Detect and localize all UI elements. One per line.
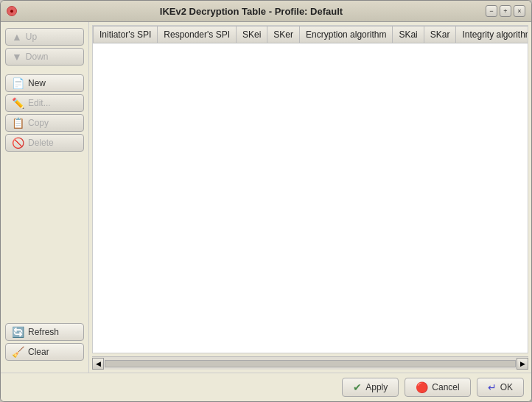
col-skar: SKar xyxy=(424,27,456,43)
window-close-button[interactable]: ● xyxy=(7,6,17,16)
copy-label: Copy xyxy=(28,118,49,128)
refresh-button[interactable]: 🔄 Refresh xyxy=(5,323,84,341)
new-label: New xyxy=(28,78,46,88)
close-dot-icon: ● xyxy=(10,7,13,15)
crud-group: 📄 New ✏️ Edit... 📋 Copy 🚫 Delete xyxy=(5,74,84,152)
horizontal-scrollbar[interactable]: ◀ ▶ xyxy=(92,356,528,370)
ok-icon: ↵ xyxy=(488,381,497,393)
table-header-row: Initiator's SPI Responder's SPI SKei SKe… xyxy=(94,27,529,43)
copy-icon: 📋 xyxy=(12,117,24,129)
new-icon: 📄 xyxy=(12,77,24,89)
title-bar: ● IKEv2 Decryption Table - Profile: Defa… xyxy=(1,1,531,22)
scroll-right-button[interactable]: ▶ xyxy=(517,358,528,370)
window-title: IKEv2 Decryption Table - Profile: Defaul… xyxy=(17,6,486,17)
col-integrity-algorithm: Integrity algorithm xyxy=(456,27,528,43)
up-button[interactable]: ▲ Up xyxy=(5,28,84,46)
new-button[interactable]: 📄 New xyxy=(5,74,84,92)
main-window: ● IKEv2 Decryption Table - Profile: Defa… xyxy=(0,0,532,402)
clear-label: Clear xyxy=(28,347,49,357)
delete-button[interactable]: 🚫 Delete xyxy=(5,134,84,152)
apply-button[interactable]: ✔ Apply xyxy=(342,378,399,397)
ok-button[interactable]: ↵ OK xyxy=(477,378,524,397)
edit-label: Edit... xyxy=(28,98,51,108)
cancel-label: Cancel xyxy=(432,382,459,392)
edit-icon: ✏️ xyxy=(12,97,24,109)
refresh-label: Refresh xyxy=(28,327,59,337)
down-label: Down xyxy=(26,52,49,62)
down-button[interactable]: ▼ Down xyxy=(5,48,84,66)
down-icon: ▼ xyxy=(12,51,22,63)
cancel-icon: 🔴 xyxy=(416,381,428,393)
clear-icon: 🧹 xyxy=(12,346,24,358)
refresh-icon: 🔄 xyxy=(12,326,24,338)
col-responder-spi: Responder's SPI xyxy=(158,27,237,43)
table-container[interactable]: Initiator's SPI Responder's SPI SKei SKe… xyxy=(92,25,528,353)
edit-button[interactable]: ✏️ Edit... xyxy=(5,94,84,112)
close-button[interactable]: × xyxy=(514,5,525,17)
clear-button[interactable]: 🧹 Clear xyxy=(5,343,84,361)
window-controls: − + × xyxy=(486,5,525,17)
col-skai: SKai xyxy=(393,27,424,43)
col-skei: SKei xyxy=(237,27,267,43)
minimize-button[interactable]: − xyxy=(486,5,497,17)
decryption-table: Initiator's SPI Responder's SPI SKei SKe… xyxy=(93,26,528,43)
delete-icon: 🚫 xyxy=(12,137,24,149)
apply-label: Apply xyxy=(365,382,388,392)
apply-icon: ✔ xyxy=(353,381,362,393)
content-area: ▲ Up ▼ Down 📄 New ✏️ Edit... 📋 xyxy=(1,22,531,373)
ok-label: OK xyxy=(500,382,513,392)
scroll-track[interactable] xyxy=(105,360,516,367)
maximize-button[interactable]: + xyxy=(500,5,511,17)
delete-label: Delete xyxy=(28,138,54,148)
col-sker: SKer xyxy=(267,27,300,43)
sidebar: ▲ Up ▼ Down 📄 New ✏️ Edit... 📋 xyxy=(1,22,89,373)
up-down-group: ▲ Up ▼ Down xyxy=(5,28,84,66)
cancel-button[interactable]: 🔴 Cancel xyxy=(405,378,470,397)
footer: ✔ Apply 🔴 Cancel ↵ OK xyxy=(1,373,531,401)
scroll-left-button[interactable]: ◀ xyxy=(92,358,104,370)
main-area: Initiator's SPI Responder's SPI SKei SKe… xyxy=(89,22,531,373)
col-initiator-spi: Initiator's SPI xyxy=(94,27,158,43)
col-encryption-algorithm: Encryption algorithm xyxy=(300,27,393,43)
copy-button[interactable]: 📋 Copy xyxy=(5,114,84,132)
refresh-clear-group: 🔄 Refresh 🧹 Clear xyxy=(5,323,84,361)
up-label: Up xyxy=(26,32,37,42)
up-icon: ▲ xyxy=(12,31,22,43)
